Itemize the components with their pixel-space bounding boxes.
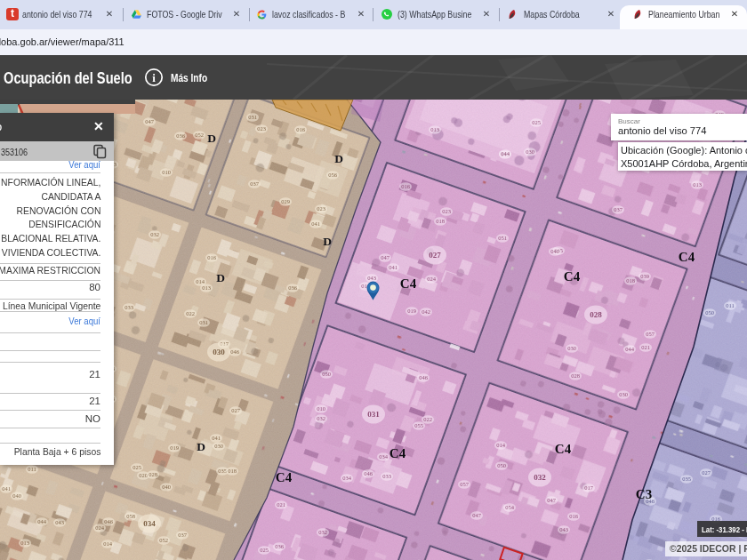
svg-text:025: 025 (260, 547, 269, 553)
svg-text:013: 013 (693, 181, 702, 188)
svg-text:047: 047 (145, 118, 155, 124)
svg-text:039: 039 (640, 273, 649, 279)
svg-text:027: 027 (702, 469, 711, 476)
svg-text:034: 034 (379, 453, 389, 460)
svg-text:044: 044 (625, 346, 635, 352)
svg-text:033: 033 (124, 304, 133, 310)
svg-text:023: 023 (257, 125, 266, 132)
svg-text:014: 014 (496, 442, 506, 448)
svg-text:044: 044 (501, 150, 510, 156)
svg-text:056: 056 (328, 172, 338, 178)
svg-text:021: 021 (277, 501, 285, 508)
svg-text:013: 013 (20, 540, 29, 546)
svg-text:043: 043 (367, 275, 376, 281)
svg-text:046: 046 (230, 348, 240, 355)
svg-text:017: 017 (584, 484, 594, 491)
svg-text:C3: C3 (636, 487, 652, 501)
svg-text:D: D (323, 235, 332, 248)
svg-text:047: 047 (381, 254, 390, 260)
svg-text:057: 057 (646, 331, 655, 337)
svg-text:044: 044 (37, 518, 47, 524)
svg-text:023: 023 (317, 205, 325, 212)
svg-text:020: 020 (139, 472, 148, 478)
svg-text:016: 016 (569, 513, 579, 519)
svg-text:011: 011 (726, 302, 735, 308)
svg-text:031: 031 (248, 114, 257, 120)
svg-text:041: 041 (212, 435, 221, 441)
svg-text:028: 028 (571, 372, 580, 379)
svg-text:051: 051 (498, 235, 507, 241)
svg-text:031: 031 (367, 410, 380, 419)
svg-text:050: 050 (705, 309, 714, 316)
svg-text:C4: C4 (400, 276, 417, 291)
svg-text:022: 022 (423, 416, 432, 422)
svg-text:021: 021 (641, 344, 650, 350)
svg-text:013: 013 (202, 284, 211, 291)
svg-text:031: 031 (199, 319, 208, 325)
svg-text:035: 035 (682, 476, 691, 482)
svg-text:018: 018 (436, 218, 445, 224)
svg-text:034: 034 (342, 475, 352, 481)
svg-text:046: 046 (104, 518, 114, 524)
svg-text:032: 032 (150, 231, 159, 237)
svg-text:D: D (197, 440, 205, 453)
svg-text:030: 030 (567, 345, 576, 351)
svg-text:016: 016 (207, 254, 217, 260)
svg-text:030: 030 (213, 348, 225, 356)
svg-text:C4: C4 (390, 446, 406, 460)
svg-text:018: 018 (228, 468, 237, 474)
svg-text:023: 023 (442, 208, 451, 214)
svg-text:019: 019 (170, 444, 179, 451)
svg-text:050: 050 (322, 371, 331, 377)
svg-text:050: 050 (497, 462, 506, 468)
svg-text:058: 058 (126, 513, 135, 519)
svg-text:041: 041 (2, 485, 11, 492)
svg-text:035: 035 (218, 468, 227, 474)
svg-text:032: 032 (318, 529, 327, 535)
svg-text:D: D (334, 152, 343, 165)
svg-text:034: 034 (143, 519, 156, 528)
svg-text:019: 019 (407, 308, 416, 314)
svg-text:036: 036 (288, 284, 298, 291)
svg-text:027: 027 (429, 251, 441, 260)
svg-text:C4: C4 (679, 250, 695, 264)
svg-text:029: 029 (281, 198, 290, 204)
svg-text:010: 010 (162, 169, 171, 175)
svg-text:032: 032 (317, 415, 325, 421)
svg-text:055: 055 (414, 422, 423, 428)
svg-text:042: 042 (422, 308, 430, 315)
svg-text:046: 046 (419, 374, 429, 380)
svg-text:025: 025 (133, 464, 141, 470)
svg-text:033: 033 (382, 473, 391, 479)
svg-text:052: 052 (195, 132, 204, 138)
svg-text:014: 014 (196, 278, 205, 284)
svg-text:030: 030 (526, 148, 534, 155)
svg-text:D: D (216, 271, 225, 284)
svg-text:043: 043 (55, 519, 64, 525)
svg-text:054: 054 (505, 504, 515, 510)
svg-text:i: i (152, 71, 156, 84)
svg-text:043: 043 (559, 526, 568, 532)
svg-text:027: 027 (231, 407, 241, 413)
svg-text:C4: C4 (276, 470, 293, 484)
svg-text:041: 041 (311, 220, 320, 227)
svg-text:C4: C4 (555, 442, 572, 456)
svg-text:047: 047 (547, 497, 557, 503)
svg-text:028: 028 (149, 471, 157, 477)
svg-text:024: 024 (95, 524, 105, 531)
svg-text:040: 040 (162, 484, 171, 490)
svg-text:032: 032 (534, 473, 546, 482)
svg-text:052: 052 (159, 537, 168, 543)
svg-text:010: 010 (317, 405, 325, 412)
svg-text:016: 016 (296, 126, 306, 132)
svg-text:024: 024 (427, 276, 437, 282)
svg-text:040: 040 (12, 492, 21, 499)
svg-text:036: 036 (176, 132, 186, 139)
svg-text:030: 030 (619, 391, 628, 397)
svg-text:014: 014 (103, 540, 113, 547)
svg-text:018: 018 (626, 277, 635, 284)
svg-text:030: 030 (214, 443, 223, 449)
svg-text:046: 046 (364, 470, 374, 476)
svg-text:037: 037 (250, 180, 260, 187)
svg-text:041: 041 (389, 264, 398, 270)
